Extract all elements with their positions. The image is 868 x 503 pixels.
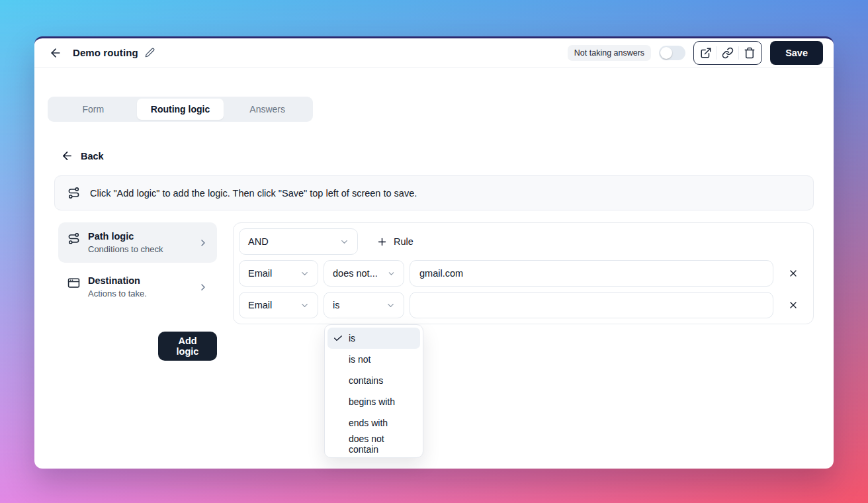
link-icon (722, 47, 734, 59)
rule2-field-select[interactable]: Email (239, 292, 318, 318)
menu-item-label: ends with (349, 418, 388, 428)
chevron-down-icon (386, 300, 396, 310)
plus-icon (376, 236, 388, 248)
check-icon (333, 333, 343, 343)
menu-item-label: begins with (349, 396, 395, 407)
item-text: Destination Actions to take. (88, 275, 147, 298)
header: Demo routing Not taking answers (34, 38, 834, 68)
pencil-icon (145, 48, 155, 58)
status-badge: Not taking answers (568, 45, 651, 61)
field-value: Email (248, 300, 272, 310)
combinator-value: AND (248, 236, 269, 247)
rule1-remove-button[interactable] (779, 260, 808, 287)
back-arrow-button[interactable] (49, 46, 62, 60)
add-logic-button[interactable]: Add logic (158, 332, 217, 361)
form-tools-group (693, 41, 762, 65)
rule2-remove-button[interactable] (779, 292, 808, 318)
add-rule-label: Rule (394, 236, 413, 247)
open-external-button[interactable] (695, 42, 716, 64)
menu-item-does-not-contain[interactable]: does not contain (327, 434, 420, 455)
close-icon (788, 268, 799, 279)
arrow-left-icon (49, 46, 62, 60)
app-window-icon (67, 277, 80, 289)
edit-title-button[interactable] (145, 48, 155, 58)
chevron-down-icon (339, 237, 349, 247)
menu-item-label: does not contain (349, 434, 413, 455)
panel-toolbar: AND Rule (239, 228, 808, 255)
instruction-banner: Click "Add logic" to add the logic. Then… (54, 175, 814, 210)
rule2-value-input[interactable] (410, 292, 773, 318)
rule1-operator-select[interactable]: does not... (324, 260, 404, 287)
toggle-knob (660, 47, 672, 59)
menu-item-label: contains (349, 375, 383, 386)
chevron-down-icon (300, 269, 310, 279)
item-subtitle: Conditions to check (88, 244, 163, 254)
item-title: Destination (88, 275, 147, 286)
back-label: Back (81, 151, 104, 161)
sidebar-item-destination[interactable]: Destination Actions to take. (58, 267, 217, 307)
accept-answers-toggle[interactable] (659, 46, 685, 60)
item-text: Path logic Conditions to check (88, 231, 163, 254)
menu-item-label: is not (349, 354, 370, 365)
header-actions: Not taking answers (568, 41, 823, 65)
chevron-right-icon (198, 238, 208, 248)
item-title: Path logic (88, 231, 163, 242)
operator-value: is (333, 300, 339, 310)
copy-link-button[interactable] (717, 42, 738, 64)
menu-item-is-not[interactable]: is not (327, 349, 420, 370)
back-link[interactable]: Back (61, 150, 104, 162)
chevron-down-icon (387, 269, 396, 278)
rule1-field-select[interactable]: Email (239, 260, 318, 287)
sidebar-item-path-logic[interactable]: Path logic Conditions to check (58, 222, 217, 263)
form-title: Demo routing (73, 47, 138, 58)
rule-row: Email does not... (239, 260, 808, 287)
operator-value: does not... (333, 268, 378, 279)
trash-icon (744, 47, 756, 59)
rule-row: Email is (239, 292, 808, 318)
delete-form-button[interactable] (739, 42, 760, 64)
item-subtitle: Actions to take. (88, 289, 147, 298)
arrow-left-icon (61, 150, 73, 162)
chevron-right-icon (198, 282, 208, 293)
menu-item-begins-with[interactable]: begins with (327, 391, 420, 412)
view-tabs: Form Routing logic Answers (48, 97, 313, 122)
menu-item-ends-with[interactable]: ends with (327, 412, 420, 434)
logic-editor: Path logic Conditions to check Destinati… (58, 222, 814, 361)
operator-dropdown-menu: is is not contains begins with ends with… (324, 324, 423, 458)
menu-item-contains[interactable]: contains (327, 370, 420, 391)
menu-item-is[interactable]: is (327, 328, 420, 349)
tab-routing-logic[interactable]: Routing logic (137, 99, 224, 120)
chevron-down-icon (300, 300, 310, 310)
route-icon (67, 232, 80, 245)
combinator-select[interactable]: AND (239, 228, 358, 255)
route-icon (67, 187, 80, 199)
rule1-value-input[interactable] (410, 260, 773, 287)
rule2-operator-select[interactable]: is (324, 292, 404, 318)
rules-panel: AND Rule Email (233, 222, 814, 324)
save-button[interactable]: Save (770, 41, 823, 65)
app-window: Demo routing Not taking answers (34, 36, 834, 469)
tab-answers[interactable]: Answers (224, 99, 311, 120)
add-rule-button[interactable]: Rule (376, 236, 413, 248)
tab-form[interactable]: Form (50, 99, 137, 120)
external-link-icon (700, 47, 712, 59)
field-value: Email (248, 268, 272, 279)
logic-sidebar: Path logic Conditions to check Destinati… (58, 222, 217, 361)
menu-item-label: is (349, 333, 355, 343)
instruction-text: Click "Add logic" to add the logic. Then… (90, 188, 417, 199)
close-icon (788, 300, 799, 310)
